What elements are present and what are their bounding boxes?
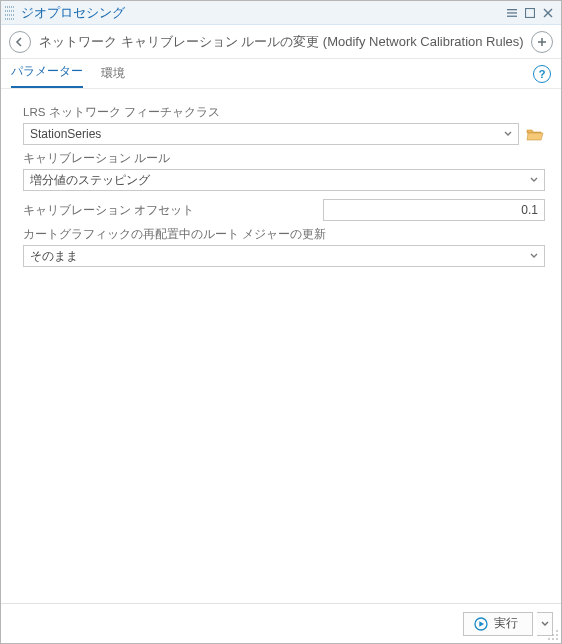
drag-handle-icon[interactable] — [5, 6, 15, 20]
calibration-offset-label: キャリブレーション オフセット — [23, 203, 313, 218]
update-measures-label: カートグラフィックの再配置中のルート メジャーの更新 — [23, 227, 545, 242]
svg-point-13 — [556, 638, 558, 640]
footer-bar: 実行 — [1, 603, 561, 643]
calibration-offset-input[interactable]: 0.1 — [323, 199, 545, 221]
update-measures-value: そのまま — [28, 248, 528, 265]
calibration-rule-value: 増分値のステッピング — [28, 172, 528, 189]
svg-point-15 — [548, 638, 550, 640]
svg-marker-9 — [479, 621, 484, 627]
menu-button[interactable] — [503, 4, 521, 22]
svg-rect-3 — [526, 8, 535, 17]
update-measures-combo[interactable]: そのまま — [23, 245, 545, 267]
tab-environments[interactable]: 環境 — [101, 65, 125, 88]
tab-bar: パラメーター 環境 ? — [1, 59, 561, 89]
chevron-down-icon[interactable] — [528, 253, 540, 259]
svg-point-11 — [556, 634, 558, 636]
tool-title: ネットワーク キャリブレーション ルールの変更 (Modify Network … — [39, 33, 523, 51]
chevron-down-icon[interactable] — [502, 131, 514, 137]
add-button[interactable] — [531, 31, 553, 53]
play-icon — [474, 617, 488, 631]
resize-grip[interactable] — [547, 629, 559, 641]
chevron-down-icon[interactable] — [528, 177, 540, 183]
tab-parameters[interactable]: パラメーター — [11, 63, 83, 88]
parameters-panel: LRS ネットワーク フィーチャクラス StationSeries キャリブレー… — [1, 89, 561, 603]
browse-button[interactable] — [525, 124, 545, 144]
help-button[interactable]: ? — [533, 65, 551, 83]
run-button-label: 実行 — [494, 615, 518, 632]
lrs-network-label: LRS ネットワーク フィーチャクラス — [23, 105, 545, 120]
svg-rect-0 — [507, 9, 517, 10]
tool-header: ネットワーク キャリブレーション ルールの変更 (Modify Network … — [1, 25, 561, 59]
calibration-rule-combo[interactable]: 増分値のステッピング — [23, 169, 545, 191]
svg-point-12 — [552, 634, 554, 636]
title-bar: ジオプロセシング — [1, 1, 561, 25]
close-button[interactable] — [539, 4, 557, 22]
run-button[interactable]: 実行 — [463, 612, 533, 636]
maximize-button[interactable] — [521, 4, 539, 22]
svg-point-14 — [552, 638, 554, 640]
svg-rect-1 — [507, 12, 517, 13]
calibration-rule-label: キャリブレーション ルール — [23, 151, 545, 166]
lrs-network-value: StationSeries — [28, 127, 502, 141]
svg-point-10 — [556, 630, 558, 632]
window-title: ジオプロセシング — [21, 4, 503, 22]
svg-rect-2 — [507, 15, 517, 16]
calibration-offset-value: 0.1 — [521, 203, 538, 217]
back-button[interactable] — [9, 31, 31, 53]
lrs-network-combo[interactable]: StationSeries — [23, 123, 519, 145]
